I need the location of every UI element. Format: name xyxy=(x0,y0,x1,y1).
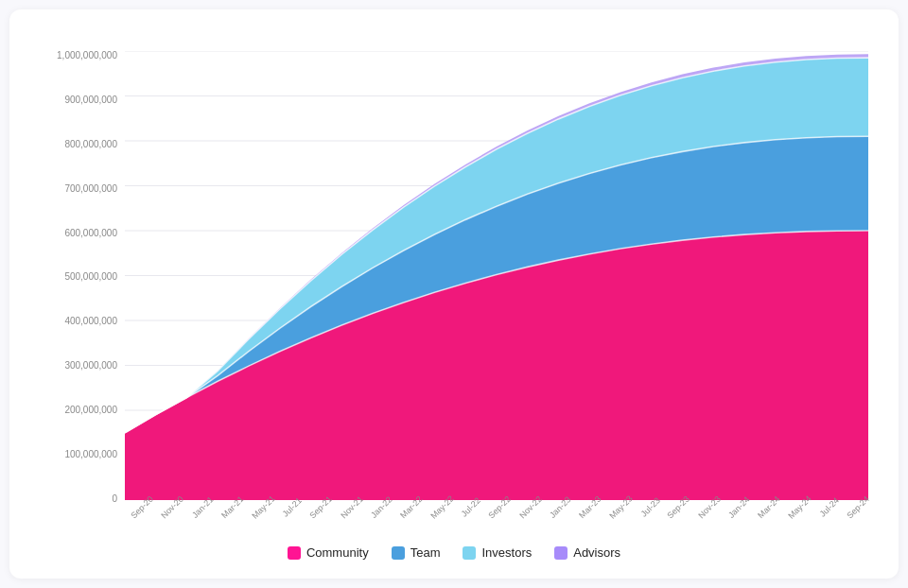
legend-color xyxy=(554,546,568,560)
legend-item: Team xyxy=(392,545,441,560)
legend-item: Community xyxy=(288,545,369,560)
legend-label: Community xyxy=(306,545,369,560)
y-axis-label: 700,000,000 xyxy=(64,184,117,194)
y-axis-label: 500,000,000 xyxy=(64,272,117,282)
legend-label: Advisors xyxy=(573,545,620,560)
x-axis: Sep-20Nov-20Jan-21Mar-21May-21Jul-21Sep-… xyxy=(125,500,868,534)
y-axis-label: 200,000,000 xyxy=(64,406,117,415)
y-axis: 1,000,000,000900,000,000800,000,000700,0… xyxy=(40,51,125,534)
y-axis-label: 100,000,000 xyxy=(64,450,117,459)
chart-main: Sep-20Nov-20Jan-21Mar-21May-21Jul-21Sep-… xyxy=(125,51,868,534)
y-axis-label: 1,000,000,000 xyxy=(57,51,117,61)
legend-item: Investors xyxy=(463,545,532,560)
y-axis-label: 0 xyxy=(112,494,117,504)
x-axis-label: Sep-24 xyxy=(845,494,888,538)
legend: CommunityTeamInvestorsAdvisors xyxy=(40,545,868,560)
legend-label: Investors xyxy=(481,545,532,560)
legend-color xyxy=(288,546,301,560)
chart-container: 1,000,000,000900,000,000800,000,000700,0… xyxy=(9,9,899,579)
legend-color xyxy=(463,546,476,560)
chart-area: 1,000,000,000900,000,000800,000,000700,0… xyxy=(40,51,868,534)
y-axis-label: 600,000,000 xyxy=(64,229,117,238)
legend-label: Team xyxy=(410,545,441,560)
y-axis-label: 400,000,000 xyxy=(64,317,117,326)
y-axis-label: 900,000,000 xyxy=(64,95,117,105)
y-axis-label: 800,000,000 xyxy=(64,140,117,149)
legend-item: Advisors xyxy=(554,545,620,560)
chart-svg xyxy=(125,51,868,500)
legend-color xyxy=(392,546,405,560)
y-axis-label: 300,000,000 xyxy=(64,361,117,371)
